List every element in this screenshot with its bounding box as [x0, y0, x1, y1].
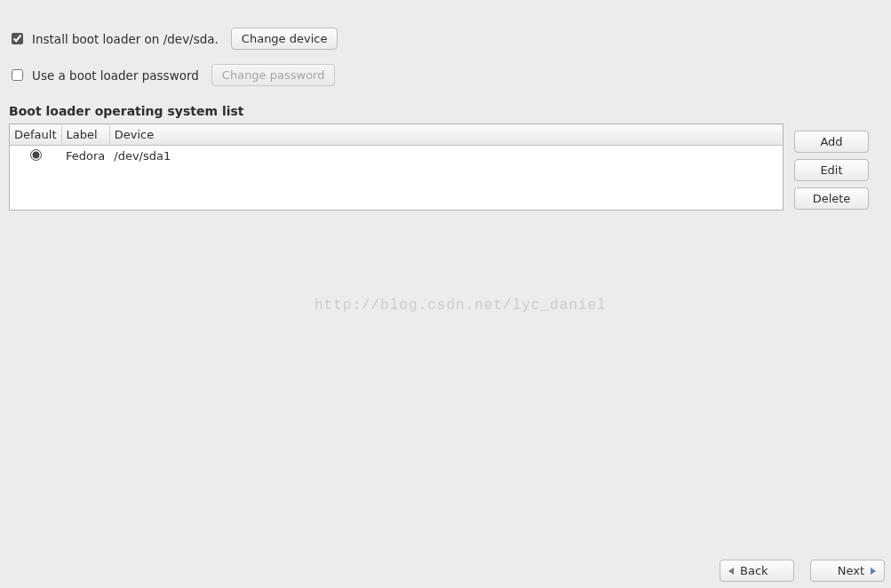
watermark: http://blog.csdn.net/lyc_daniel	[314, 298, 607, 314]
table-empty-area	[10, 167, 784, 210]
boot-loader-password-label: Use a boot loader password	[32, 68, 199, 83]
default-os-radio[interactable]	[30, 149, 42, 161]
col-header-device[interactable]: Device	[109, 124, 783, 146]
os-device-cell: /dev/sda1	[109, 146, 783, 168]
arrow-left-icon	[728, 568, 734, 575]
change-password-button: Change password	[211, 64, 336, 86]
install-boot-loader-label: Install boot loader on /dev/sda.	[32, 32, 219, 46]
next-button-label: Next	[838, 564, 864, 577]
edit-button[interactable]: Edit	[794, 159, 869, 181]
back-button-label: Back	[740, 564, 768, 577]
os-table: Default Label Device Fedora /dev/sda1	[9, 123, 784, 211]
next-button[interactable]: Next	[810, 560, 885, 582]
os-list-container: Default Label Device Fedora /dev/sda1	[9, 123, 882, 211]
add-button[interactable]: Add	[794, 131, 869, 153]
change-device-button[interactable]: Change device	[231, 28, 338, 50]
arrow-right-icon	[871, 568, 876, 575]
back-button[interactable]: Back	[720, 560, 794, 582]
os-list-title: Boot loader operating system list	[9, 104, 882, 118]
boot-loader-password-row: Use a boot loader password Change passwo…	[9, 62, 882, 88]
side-buttons: Add Edit Delete	[794, 123, 869, 210]
table-row[interactable]: Fedora /dev/sda1	[10, 146, 784, 168]
install-boot-loader-row: Install boot loader on /dev/sda. Change …	[9, 26, 882, 52]
os-label-cell: Fedora	[61, 146, 109, 168]
col-header-default[interactable]: Default	[10, 124, 62, 146]
boot-loader-password-checkbox[interactable]	[12, 69, 23, 81]
footer-buttons: Back Next	[716, 556, 888, 585]
install-boot-loader-checkbox[interactable]	[12, 33, 23, 44]
delete-button[interactable]: Delete	[794, 187, 869, 210]
col-header-label[interactable]: Label	[61, 124, 109, 146]
